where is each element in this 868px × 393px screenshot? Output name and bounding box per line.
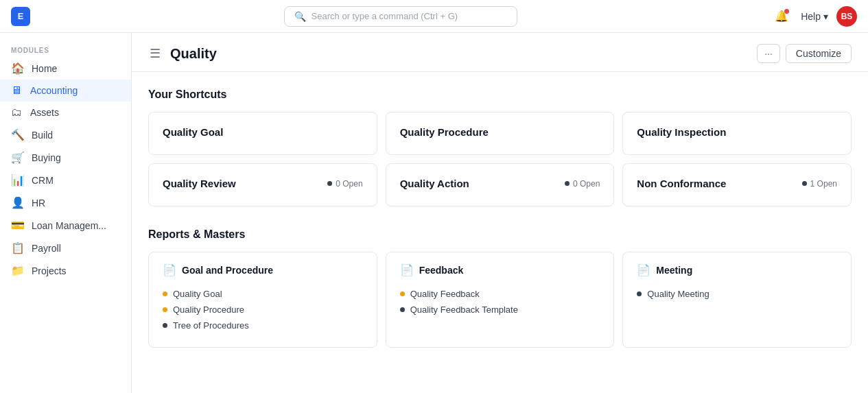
- build-icon: 🔨: [11, 128, 25, 141]
- top-navigation: E 🔍 Search or type a command (Ctrl + G) …: [0, 0, 868, 33]
- document-icon: 📄: [637, 263, 650, 276]
- main-layout: MODULES 🏠 Home 🖥 Accounting 🗂 Assets 🔨 B…: [0, 33, 868, 393]
- shortcut-card-title: Quality Action: [400, 178, 469, 189]
- page-header-right: ··· Customize: [757, 44, 852, 63]
- shortcut-card-quality-inspection[interactable]: Quality Inspection: [622, 112, 852, 155]
- reports-grid: 📄 Goal and Procedure Quality Goal Qualit…: [148, 252, 852, 348]
- sidebar-item-build[interactable]: 🔨 Build: [0, 123, 131, 146]
- help-label: Help: [801, 11, 821, 22]
- sidebar-item-loan[interactable]: 💳 Loan Managem...: [0, 214, 131, 237]
- crm-icon: 📊: [11, 174, 25, 187]
- list-item-label: Quality Meeting: [647, 289, 709, 299]
- report-card-meeting[interactable]: 📄 Meeting Quality Meeting: [622, 252, 852, 348]
- list-dot: [163, 307, 167, 312]
- list-item[interactable]: Quality Meeting: [637, 286, 837, 302]
- projects-icon: 📁: [11, 264, 25, 277]
- sidebar-item-crm[interactable]: 📊 CRM: [0, 169, 131, 191]
- main-content: ☰ Quality ··· Customize Your Shortcuts Q…: [132, 33, 868, 393]
- report-card-title: Feedback: [419, 265, 464, 276]
- page-header: ☰ Quality ··· Customize: [132, 33, 868, 72]
- list-item[interactable]: Quality Feedback: [400, 286, 600, 302]
- report-card-title: Meeting: [656, 265, 692, 276]
- sidebar-item-buying[interactable]: 🛒 Buying: [0, 146, 131, 169]
- open-dot: [565, 181, 570, 186]
- sidebar-item-label: Accounting: [30, 85, 78, 96]
- shortcut-card-non-conformance[interactable]: Non Conformance 1 Open: [622, 163, 852, 206]
- customize-button[interactable]: Customize: [786, 44, 852, 63]
- report-list: Quality Goal Quality Procedure Tree of P…: [163, 286, 363, 333]
- sidebar-item-label: Build: [32, 130, 53, 141]
- home-icon: 🏠: [11, 62, 25, 75]
- shortcut-card-quality-review[interactable]: Quality Review 0 Open: [148, 163, 377, 206]
- topnav-center: 🔍 Search or type a command (Ctrl + G): [30, 6, 771, 27]
- sidebar-item-assets[interactable]: 🗂 Assets: [0, 102, 131, 123]
- report-card-header: 📄 Feedback: [400, 263, 600, 276]
- list-dot: [637, 291, 642, 296]
- list-item-label: Tree of Procedures: [173, 320, 249, 331]
- report-card-goal-procedure[interactable]: 📄 Goal and Procedure Quality Goal Qualit…: [148, 252, 377, 348]
- help-button[interactable]: Help ▾: [801, 11, 828, 22]
- sidebar-item-projects[interactable]: 📁 Projects: [0, 259, 131, 282]
- page-header-left: ☰ Quality: [148, 45, 217, 62]
- list-dot: [163, 323, 167, 328]
- shortcut-card-title: Non Conformance: [637, 178, 726, 189]
- shortcut-card-quality-procedure[interactable]: Quality Procedure: [386, 112, 615, 155]
- sidebar-item-label: CRM: [32, 175, 54, 186]
- sidebar-item-hr[interactable]: 👤 HR: [0, 191, 131, 214]
- reports-section-title: Reports & Masters: [148, 228, 852, 241]
- shortcut-card-title: Quality Review: [163, 178, 236, 189]
- notification-bell[interactable]: 🔔: [771, 5, 793, 27]
- topnav-left: E: [11, 7, 30, 26]
- reports-section: Reports & Masters 📄 Goal and Procedure Q…: [148, 228, 852, 348]
- open-dot: [327, 181, 332, 186]
- shortcuts-grid: Quality Goal Quality Procedure Quality I…: [148, 112, 852, 206]
- open-dot: [802, 181, 807, 186]
- shortcuts-section-title: Your Shortcuts: [148, 88, 852, 101]
- hamburger-button[interactable]: ☰: [148, 45, 162, 62]
- search-bar[interactable]: 🔍 Search or type a command (Ctrl + G): [284, 6, 517, 27]
- sidebar-item-label: Buying: [32, 152, 61, 163]
- list-dot: [400, 291, 405, 296]
- report-card-header: 📄 Meeting: [637, 263, 837, 276]
- sidebar-item-payroll[interactable]: 📋 Payroll: [0, 237, 131, 259]
- assets-icon: 🗂: [11, 106, 23, 119]
- app-icon[interactable]: E: [11, 7, 30, 26]
- list-item[interactable]: Quality Feedback Template: [400, 302, 600, 318]
- buying-icon: 🛒: [11, 151, 25, 164]
- shortcut-card-quality-action[interactable]: Quality Action 0 Open: [386, 163, 615, 206]
- sidebar-item-label: Loan Managem...: [32, 220, 106, 231]
- sidebar-item-label: Projects: [32, 265, 67, 276]
- chevron-down-icon: ▾: [823, 11, 828, 22]
- list-item-label: Quality Goal: [173, 289, 222, 299]
- sidebar-item-label: Assets: [30, 107, 59, 118]
- payroll-icon: 📋: [11, 241, 25, 254]
- report-card-feedback[interactable]: 📄 Feedback Quality Feedback Quality Feed…: [386, 252, 615, 348]
- shortcut-card-title: Quality Inspection: [637, 126, 726, 138]
- search-placeholder: Search or type a command (Ctrl + G): [312, 11, 458, 21]
- sidebar-item-home[interactable]: 🏠 Home: [0, 57, 131, 80]
- list-item[interactable]: Quality Goal: [163, 286, 363, 302]
- report-list: Quality Meeting: [637, 286, 837, 302]
- loan-icon: 💳: [11, 219, 25, 232]
- shortcuts-section: Your Shortcuts Quality Goal Quality Proc…: [148, 88, 852, 206]
- sidebar-item-label: HR: [32, 198, 45, 209]
- list-dot: [163, 291, 167, 296]
- list-item[interactable]: Quality Procedure: [163, 302, 363, 318]
- document-icon: 📄: [163, 263, 176, 276]
- sidebar-section-label: MODULES: [0, 41, 131, 57]
- list-dot: [400, 307, 405, 312]
- sidebar-item-accounting[interactable]: 🖥 Accounting: [0, 80, 131, 102]
- sidebar-item-label: Payroll: [32, 243, 61, 254]
- content-area: Your Shortcuts Quality Goal Quality Proc…: [132, 72, 868, 364]
- list-item[interactable]: Tree of Procedures: [163, 318, 363, 333]
- list-item-label: Quality Feedback Template: [410, 305, 518, 315]
- more-options-button[interactable]: ···: [757, 44, 780, 63]
- avatar[interactable]: BS: [836, 6, 857, 27]
- open-badge: 1 Open: [802, 179, 837, 189]
- shortcut-card-title: Quality Goal: [163, 126, 223, 138]
- shortcut-card-quality-goal[interactable]: Quality Goal: [148, 112, 377, 155]
- notification-dot: [784, 9, 789, 14]
- search-icon: 🔍: [294, 11, 306, 22]
- report-card-title: Goal and Procedure: [182, 265, 273, 276]
- report-card-header: 📄 Goal and Procedure: [163, 263, 363, 276]
